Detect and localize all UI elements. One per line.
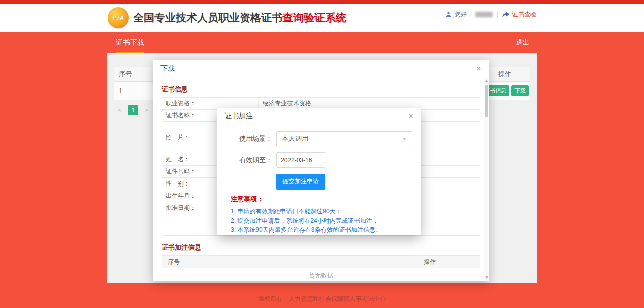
expiry-form-row: 有效期至： xyxy=(226,152,412,168)
notice-title: 注意事项： xyxy=(226,195,412,204)
annotation-table-header: 序号 操作 xyxy=(162,255,480,268)
notice-line-2: 2. 提交加注申请后，系统将在24小时内完成证书加注； xyxy=(226,216,412,225)
scrollbar-thumb[interactable] xyxy=(485,85,488,117)
masked-username xyxy=(475,12,493,17)
page-title: 全国专业技术人员职业资格证书查询验证系统 xyxy=(133,11,346,25)
scene-form-row: 使用场景： 本人调用 xyxy=(226,131,412,146)
pagination-prev-icon[interactable]: < xyxy=(115,105,125,115)
submit-row: 提交加注申请 xyxy=(226,174,412,190)
scene-select[interactable]: 本人调用 xyxy=(276,131,412,146)
annotation-modal-close-icon[interactable]: × xyxy=(408,112,413,120)
scene-label: 使用场景： xyxy=(226,134,272,143)
navbar: 证书下载 退出 xyxy=(0,32,644,53)
tab-cert-download[interactable]: 证书下载 xyxy=(116,32,144,53)
download-modal-title: 下载 xyxy=(160,64,175,73)
notice-line-1: 1. 申请的有效期距申请日不能超过90天； xyxy=(226,207,412,216)
annotation-empty-state: 暂无数据 xyxy=(162,268,480,281)
user-area: 您好， 证书查验 xyxy=(445,10,536,19)
annotation-modal-body: 使用场景： 本人调用 有效期至： 提交加注申请 注意事项： 1. 申请的有效期距… xyxy=(217,125,421,234)
copyright-text: 版权所有：人力资源和社会保障部人事考试中心 xyxy=(258,295,386,303)
row-index-cell: 1 xyxy=(114,87,149,95)
col-header-index: 序号 xyxy=(114,70,149,79)
user-icon xyxy=(445,11,452,18)
notice-line-3: 3. 本系统90天内最多允许存在3条有效的证书加注信息。 xyxy=(226,225,412,234)
chevron-down-icon xyxy=(403,138,407,140)
section-cert-info-title: 证书信息 xyxy=(162,85,480,94)
page-title-accent: 查询验证系统 xyxy=(282,12,346,23)
top-accent-strip xyxy=(0,0,644,4)
pta-logo-text: PTA xyxy=(113,15,124,21)
share-arrow-icon xyxy=(502,12,509,18)
annotation-modal-header: 证书加注 × xyxy=(217,108,421,125)
submit-annotation-button[interactable]: 提交加注申请 xyxy=(276,174,325,190)
pagination-next-icon[interactable]: > xyxy=(141,105,151,115)
download-modal-close-icon[interactable]: × xyxy=(476,64,481,73)
footer: 版权所有：人力资源和社会保障部人事考试中心 xyxy=(0,290,644,308)
ann-col-header-action: 操作 xyxy=(399,258,460,266)
expiry-date-input[interactable] xyxy=(276,152,325,168)
scrollbar-up-icon[interactable] xyxy=(485,80,488,82)
annotation-modal: 证书加注 × 使用场景： 本人调用 有效期至： 提交加注申请 注意事项： 1. … xyxy=(217,108,421,235)
row-download-button[interactable]: 下载 xyxy=(511,85,529,96)
greeting-text: 您好， xyxy=(455,10,473,19)
header: PTA 全国专业技术人员职业资格证书查询验证系统 您好， 证书查验 xyxy=(0,4,644,32)
scrollbar-down-icon[interactable] xyxy=(485,276,488,279)
modal-scrollbar[interactable] xyxy=(484,78,489,281)
page-title-main: 全国专业技术人员职业资格证书 xyxy=(133,12,282,23)
divider xyxy=(497,12,498,18)
logout-label: 退出 xyxy=(516,38,529,47)
annotation-table: 序号 操作 暂无数据 xyxy=(162,255,480,281)
annotation-modal-title: 证书加注 xyxy=(224,112,253,121)
tab-cert-download-label: 证书下载 xyxy=(116,38,144,47)
download-modal-header: 下载 × xyxy=(153,60,489,77)
cert-verify-link[interactable]: 证书查验 xyxy=(512,10,536,19)
scene-select-value: 本人调用 xyxy=(282,134,308,143)
ann-col-header-index: 序号 xyxy=(162,258,207,266)
expiry-label: 有效期至： xyxy=(226,156,272,165)
logout-button[interactable]: 退出 xyxy=(516,32,529,53)
pagination-page-1[interactable]: 1 xyxy=(128,105,138,115)
section-annotation-title: 证书加注信息 xyxy=(162,243,480,252)
pta-logo-icon: PTA xyxy=(108,7,129,28)
